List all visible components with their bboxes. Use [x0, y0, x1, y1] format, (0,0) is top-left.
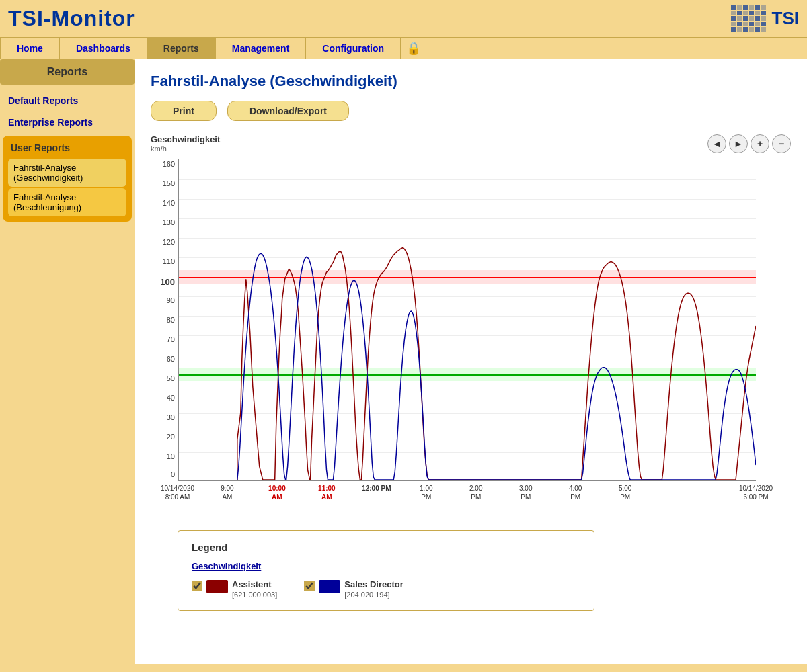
header: TSI-Monitor TSI [0, 0, 807, 37]
nav-home[interactable]: Home [0, 38, 60, 59]
red-series [237, 247, 756, 480]
sidebar-item-enterprise-reports[interactable]: Enterprise Reports [0, 112, 134, 133]
legend-box: Legend Geschwindigkeit Assistent [621 00… [178, 530, 594, 611]
chart-svg [179, 159, 756, 480]
chart-container: Geschwindigkeit km/h ◄ ► + − 160 150 140… [151, 134, 791, 611]
app-title: TSI-Monitor [8, 6, 135, 31]
nav-reports[interactable]: Reports [147, 38, 216, 59]
sidebar-section-title: User Reports [5, 140, 129, 157]
x-label-11am: 11:00AM [318, 484, 336, 501]
x-label-3pm: 3:00PM [519, 484, 532, 501]
sidebar-item-default-reports[interactable]: Default Reports [0, 90, 134, 112]
print-button[interactable]: Print [151, 101, 217, 121]
layout: Reports Default Reports Enterprise Repor… [0, 59, 807, 664]
sidebar-title: Reports [0, 59, 134, 85]
legend-title: Legend [192, 542, 580, 553]
legend-text-assistent: Assistent [621 000 003] [232, 579, 277, 599]
legend-items: Assistent [621 000 003] Sales Director [… [192, 579, 580, 599]
x-label-10am: 10:00AM [268, 484, 286, 501]
chart-y-label-area: Geschwindigkeit km/h [151, 134, 220, 153]
chart-next-button[interactable]: ► [729, 134, 748, 153]
sidebar-item-fahrstil-speed[interactable]: Fahrstil-Analyse (Geschwindigkeit) [8, 159, 126, 187]
download-button[interactable]: Download/Export [227, 101, 349, 121]
chart-zoom-out-button[interactable]: − [772, 134, 791, 153]
legend-checkbox-sales-director[interactable] [304, 581, 315, 591]
chart-y-label: Geschwindigkeit [151, 134, 220, 144]
tsi-logo-text: TSI [772, 8, 799, 29]
chart-y-unit: km/h [151, 144, 220, 153]
nav-configuration[interactable]: Configuration [306, 38, 401, 59]
legend-text-sales-director: Sales Director [204 020 194] [344, 579, 403, 599]
x-label-end: 10/14/20206:00 PM [739, 484, 773, 501]
legend-color-sales-director [319, 580, 340, 593]
chart-with-axis: 160 150 140 130 120 110 100 90 80 70 60 … [151, 159, 791, 514]
x-label-noon: 12:00 PM [362, 484, 391, 493]
nav-management[interactable]: Management [216, 38, 307, 59]
x-axis-labels: 10/14/20208:00 AM 9:00AM 10:00AM 11:00AM… [178, 484, 756, 514]
x-label-9am: 9:00AM [221, 484, 233, 501]
nav-dashboards[interactable]: Dashboards [60, 38, 147, 59]
chart-plot-area [178, 159, 756, 481]
sidebar-item-fahrstil-accel[interactable]: Fahrstil-Analyse (Beschleunigung) [8, 188, 126, 216]
x-label-5pm: 5:00PM [619, 484, 631, 501]
logo-dots [731, 5, 767, 32]
main-content: Fahrstil-Analyse (Geschwindigkeit) Print… [134, 59, 807, 664]
x-label-2pm: 2:00PM [469, 484, 482, 501]
main-nav: Home Dashboards Reports Management Confi… [0, 37, 807, 59]
sidebar: Reports Default Reports Enterprise Repor… [0, 59, 134, 664]
action-buttons: Print Download/Export [151, 101, 791, 121]
legend-item-assistent: Assistent [621 000 003] [192, 579, 277, 599]
sidebar-user-reports-section: User Reports Fahrstil-Analyse (Geschwind… [3, 136, 132, 222]
x-label-4pm: 4:00PM [569, 484, 582, 501]
legend-checkbox-assistent[interactable] [192, 581, 202, 591]
chart-header: Geschwindigkeit km/h ◄ ► + − [151, 134, 791, 153]
chart-zoom-in-button[interactable]: + [751, 134, 769, 153]
y-axis: 160 150 140 130 120 110 100 90 80 70 60 … [151, 159, 176, 481]
legend-color-assistent [206, 580, 228, 593]
legend-subtitle: Geschwindigkeit [192, 561, 580, 571]
legend-item-sales-director: Sales Director [204 020 194] [304, 579, 403, 599]
x-label-start: 10/14/20208:00 AM [161, 484, 194, 501]
lock-icon: 🔒 [406, 41, 421, 56]
logo: TSI [731, 5, 799, 32]
chart-controls: ◄ ► + − [707, 134, 791, 153]
page-title: Fahrstil-Analyse (Geschwindigkeit) [151, 73, 791, 90]
chart-prev-button[interactable]: ◄ [707, 134, 726, 153]
x-label-1pm: 1:00PM [420, 484, 432, 501]
